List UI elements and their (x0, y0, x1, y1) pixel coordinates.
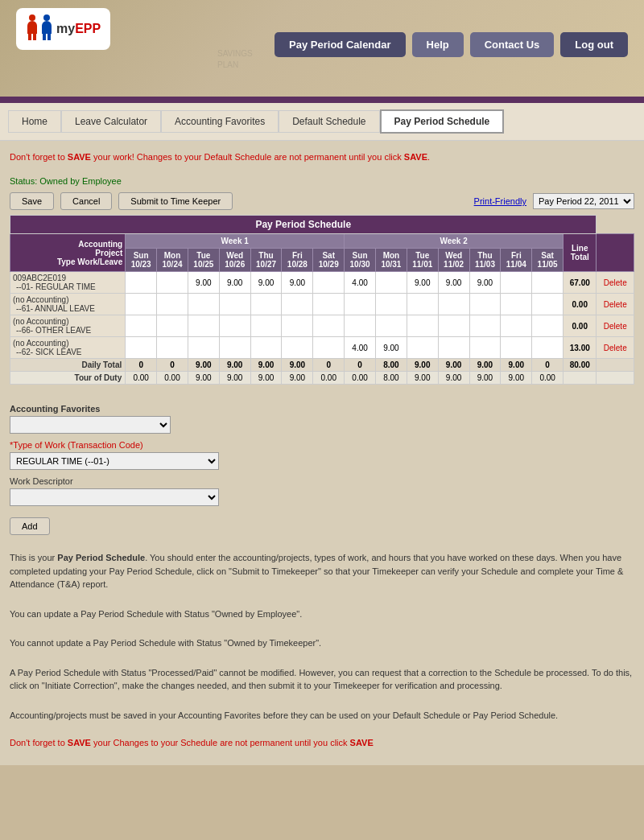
delete-row-4[interactable]: Delete (597, 337, 634, 359)
cell-r2-d7[interactable] (313, 294, 345, 315)
cell-r3-d6[interactable] (282, 315, 313, 337)
cell-r4-d1[interactable] (126, 337, 157, 359)
cell-r3-d9[interactable] (375, 315, 407, 337)
col-mon1031: Mon10/31 (375, 249, 407, 272)
dt-d14: 0 (532, 359, 564, 372)
cell-r3-d14[interactable] (532, 315, 564, 337)
cell-r2-d3[interactable] (188, 294, 219, 315)
dt-d4: 9.00 (219, 359, 250, 372)
delete-row-3[interactable]: Delete (597, 315, 634, 337)
tab-leave-calculator[interactable]: Leave Calculator (61, 110, 161, 133)
cell-r2-d13[interactable] (501, 294, 532, 315)
delete-row-1[interactable]: Delete (597, 272, 634, 294)
contact-us-button[interactable]: Contact Us (470, 32, 555, 57)
work-descriptor-select[interactable] (10, 488, 219, 506)
cell-r3-d11[interactable] (438, 315, 469, 337)
save-button[interactable]: Save (10, 192, 54, 210)
add-button[interactable]: Add (10, 517, 50, 535)
tab-accounting-favorites[interactable]: Accounting Favorites (161, 110, 279, 133)
col-tue1025: Tue10/25 (188, 249, 219, 272)
col-thu1103: Thu11/03 (469, 249, 501, 272)
tab-default-schedule[interactable]: Default Schedule (279, 110, 379, 133)
cell-r3-d1[interactable] (126, 315, 157, 337)
accounting-favorites-select[interactable] (10, 416, 171, 434)
tod-d6: 9.00 (282, 372, 313, 385)
footer-save-word: SAVE (68, 738, 91, 747)
cell-r1-d8[interactable]: 4.00 (345, 272, 376, 294)
cell-r4-d5[interactable] (250, 337, 282, 359)
main-nav: Home Leave Calculator Accounting Favorit… (0, 103, 644, 141)
cell-r1-d14[interactable] (532, 272, 564, 294)
cell-r3-d4[interactable] (219, 315, 250, 337)
cell-r1-d2[interactable] (157, 272, 188, 294)
cell-r1-d6[interactable]: 9.00 (282, 272, 313, 294)
delete-row-2[interactable]: Delete (597, 294, 634, 315)
col-sat1029: Sat10/29 (313, 249, 345, 272)
cell-r1-d3[interactable]: 9.00 (188, 272, 219, 294)
tab-pay-period-schedule[interactable]: Pay Period Schedule (380, 109, 505, 134)
cell-r3-d12[interactable] (469, 315, 501, 337)
logout-button[interactable]: Log out (560, 32, 628, 57)
header-nav-buttons: Pay Period Calendar Help Contact Us Log … (275, 32, 628, 57)
cell-r2-d14[interactable] (532, 294, 564, 315)
submit-to-timekeeper-button[interactable]: Submit to Time Keeper (118, 192, 233, 210)
cell-r2-d10[interactable] (407, 294, 438, 315)
cell-r1-d10[interactable]: 9.00 (407, 272, 438, 294)
tab-home[interactable]: Home (8, 110, 61, 133)
cell-r2-d1[interactable] (126, 294, 157, 315)
cell-r4-d11[interactable] (438, 337, 469, 359)
period-select[interactable]: Pay Period 22, 2011 (533, 193, 634, 209)
type-work-label: *Type of Work (Transaction Code) (10, 440, 634, 450)
cell-r2-d6[interactable] (282, 294, 313, 315)
dt-d9: 8.00 (375, 359, 407, 372)
cell-r2-d5[interactable] (250, 294, 282, 315)
dt-d3: 9.00 (188, 359, 219, 372)
help-button[interactable]: Help (412, 32, 464, 57)
cell-r2-d2[interactable] (157, 294, 188, 315)
cell-r4-d8[interactable]: 4.00 (345, 337, 376, 359)
col-fri1028: Fri10/28 (282, 249, 313, 272)
cell-r4-d6[interactable] (282, 337, 313, 359)
dt-d10: 9.00 (407, 359, 438, 372)
cell-r3-d3[interactable] (188, 315, 219, 337)
dt-d11: 9.00 (438, 359, 469, 372)
cell-r4-d13[interactable] (501, 337, 532, 359)
cell-r3-d13[interactable] (501, 315, 532, 337)
cell-r2-d4[interactable] (219, 294, 250, 315)
cell-r1-d13[interactable] (501, 272, 532, 294)
cell-r4-d7[interactable] (313, 337, 345, 359)
cell-r2-d11[interactable] (438, 294, 469, 315)
daily-total-row: Daily Total 0 0 9.00 9.00 9.00 9.00 0 0 … (10, 359, 634, 372)
cell-r3-d5[interactable] (250, 315, 282, 337)
cell-r2-d12[interactable] (469, 294, 501, 315)
pay-period-calendar-button[interactable]: Pay Period Calendar (275, 32, 405, 57)
cell-r3-d8[interactable] (345, 315, 376, 337)
cell-r4-d2[interactable] (157, 337, 188, 359)
cell-r4-d4[interactable] (219, 337, 250, 359)
info-block-2: You can update a Pay Period Schedule wit… (10, 607, 634, 621)
tod-d2: 0.00 (157, 372, 188, 385)
cell-r2-d8[interactable] (345, 294, 376, 315)
cancel-button[interactable]: Cancel (60, 192, 112, 210)
cell-r4-d9[interactable]: 9.00 (375, 337, 407, 359)
type-of-work-select[interactable]: REGULAR TIME (--01-) (10, 452, 219, 470)
cell-r3-d7[interactable] (313, 315, 345, 337)
cell-r1-d1[interactable] (126, 272, 157, 294)
week2-header: Week 2 (345, 234, 564, 249)
tod-d13: 9.00 (501, 372, 532, 385)
cell-r1-d12[interactable]: 9.00 (469, 272, 501, 294)
cell-r3-d2[interactable] (157, 315, 188, 337)
cell-r1-d9[interactable] (375, 272, 407, 294)
print-friendly-link[interactable]: Print-Friendly (474, 196, 526, 206)
cell-r1-d4[interactable]: 9.00 (219, 272, 250, 294)
line-total-1: 67.00 (564, 272, 597, 294)
cell-r4-d12[interactable] (469, 337, 501, 359)
cell-r1-d5[interactable]: 9.00 (250, 272, 282, 294)
cell-r1-d7[interactable] (313, 272, 345, 294)
cell-r4-d14[interactable] (532, 337, 564, 359)
cell-r4-d10[interactable] (407, 337, 438, 359)
cell-r3-d10[interactable] (407, 315, 438, 337)
cell-r1-d11[interactable]: 9.00 (438, 272, 469, 294)
cell-r2-d9[interactable] (375, 294, 407, 315)
cell-r4-d3[interactable] (188, 337, 219, 359)
